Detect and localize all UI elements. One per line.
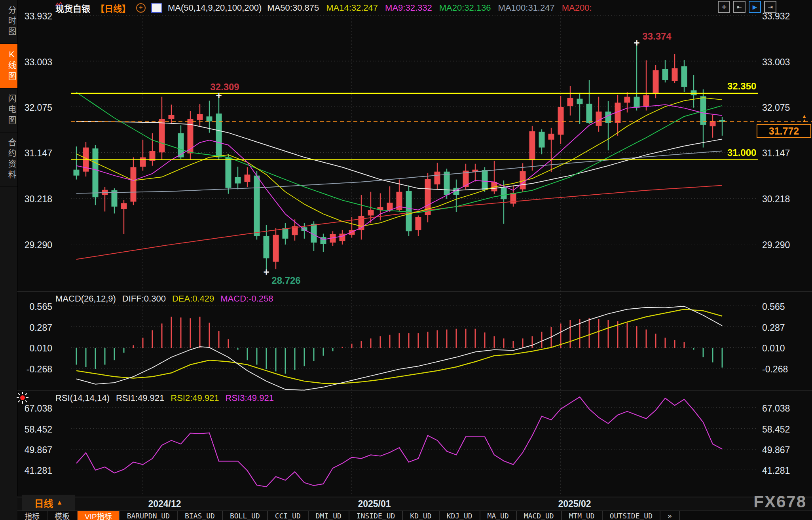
rsi-title: RSI(14,14,14) (55, 393, 110, 403)
price-up-arrows-icon: ▲▲ (802, 114, 807, 123)
indicator-tab-kd_ud[interactable]: KD_UD (403, 511, 439, 520)
ma-value: MA50:30.875 (267, 3, 319, 13)
candlestick-chart[interactable] (0, 0, 812, 520)
month-label: 2025/02 (558, 499, 591, 509)
indicator-tab-cci_ud[interactable]: CCI_UD (268, 511, 309, 520)
period-arrow-icon: ▲ (57, 499, 63, 506)
ma-value: MA20:32.136 (439, 3, 491, 13)
resistance-label: 32.350 (727, 81, 756, 92)
period-selector[interactable]: 日线 ▲ (22, 495, 75, 511)
ma-value: MA200: (562, 3, 592, 13)
ma-value: MA14:32.247 (326, 3, 378, 13)
month-label: 2024/12 (148, 499, 181, 509)
axis-scale-icon[interactable]: ⇤ (733, 1, 746, 13)
period-label[interactable]: 【日线】 (96, 2, 131, 14)
peak-high-label: 33.374 (642, 31, 671, 42)
indicator-tab-[interactable]: 指标 (17, 511, 47, 520)
support-label: 31.000 (727, 147, 756, 158)
extreme-low-marker-icon: + (263, 266, 269, 278)
month-label: 2025/01 (358, 499, 391, 509)
indicator-tabbar: 指标模板VIP指标BARUPDN_UDBIAS_UDBOLL_UDCCI_UDD… (17, 511, 812, 520)
ma-params: MA(50,14,9,20,100,200) (168, 3, 262, 13)
rsi-header: RSI(14,14,14) RSI1:49.921 RSI2:49.921 RS… (55, 393, 274, 403)
indicator-tab-boll_ud[interactable]: BOLL_UD (223, 511, 268, 520)
rsi1-value: RSI1:49.921 (116, 393, 164, 403)
chart-play-icon[interactable]: ▶ (749, 1, 761, 13)
indicator-tab-inside_ud[interactable]: INSIDE_UD (349, 511, 403, 520)
last-price-tag: 31.772 (757, 124, 811, 138)
swing-low-label: 28.726 (271, 275, 300, 286)
swing-high-label: 32.309 (210, 82, 239, 93)
macd-header: MACD(26,12,9) DIFF:0.300 DEA:0.429 MACD:… (55, 294, 273, 304)
indicator-tab-mtm_ud[interactable]: MTM_UD (562, 511, 603, 520)
rsi2-value: RSI2:49.921 (171, 393, 219, 403)
chart-header: 现货白银 【日线】 + MA(50,14,9,20,100,200) MA50:… (55, 2, 592, 14)
macd-hist-value: MACD:-0.258 (220, 294, 273, 304)
chart-type-icon[interactable] (151, 3, 162, 13)
indicator-tab-macd_ud[interactable]: MACD_UD (517, 511, 562, 520)
chart-application: 分时图K线图闪电图合约资料 现货白银 【日线】 + MA(50,14,9,20,… (0, 0, 812, 520)
ma-values: MA50:30.875MA14:32.247MA9:32.332MA20:32.… (267, 3, 592, 13)
add-compare-icon[interactable]: + (136, 3, 146, 13)
macd-title: MACD(26,12,9) (55, 294, 116, 304)
indicator-tab-barupdn_ud[interactable]: BARUPDN_UD (120, 511, 178, 520)
ma-value: MA9:32.332 (385, 3, 432, 13)
indicator-tab-ma_ud[interactable]: MA_UD (480, 511, 517, 520)
watermark: FX678 (753, 492, 806, 511)
rsi3-value: RSI3:49.921 (226, 393, 274, 403)
extreme-high-marker-icon: + (634, 37, 639, 49)
indicator-tab-outside_ud[interactable]: OUTSIDE_UD (603, 511, 660, 520)
indicator-tab-[interactable]: » (660, 511, 680, 520)
indicator-tab-vip[interactable]: VIP指标 (78, 511, 120, 520)
move-icon[interactable]: ✛ (718, 1, 730, 13)
indicator-tab-bias_ud[interactable]: BIAS_UD (178, 511, 223, 520)
macd-dea-value: DEA:0.429 (172, 294, 214, 304)
ma-value: MA100:31.247 (498, 3, 555, 13)
indicator-tab-dmi_ud[interactable]: DMI_UD (309, 511, 349, 520)
indicator-tab-[interactable]: 模板 (47, 511, 78, 520)
toolbar: ✛⇤▶⇥ (718, 1, 776, 13)
macd-diff-value: DIFF:0.300 (122, 294, 166, 304)
indicator-tab-kdj_ud[interactable]: KDJ_UD (440, 511, 480, 520)
axis-shift-icon[interactable]: ⇥ (764, 1, 776, 13)
period-selector-label: 日线 (34, 496, 53, 510)
